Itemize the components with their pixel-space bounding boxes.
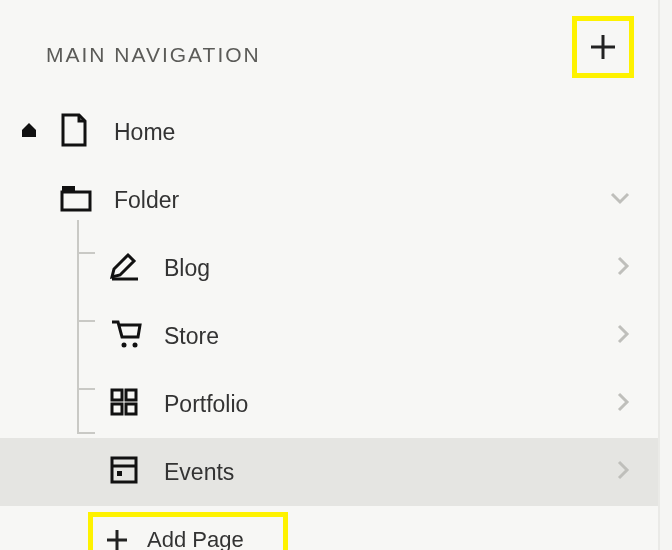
nav-item-label: Folder — [114, 187, 179, 214]
chevron-right-icon — [616, 460, 630, 484]
nav-panel: MAIN NAVIGATION — [0, 0, 660, 550]
nav-item-label: Portfolio — [164, 391, 248, 418]
svg-point-5 — [122, 343, 127, 348]
svg-rect-2 — [62, 192, 90, 210]
nav-item-label: Store — [164, 323, 219, 350]
chevron-right-icon — [616, 256, 630, 280]
grid-icon — [110, 388, 138, 420]
home-indicator-icon — [20, 121, 38, 143]
folder-icon — [60, 184, 92, 216]
svg-rect-9 — [112, 404, 122, 414]
nav-list: Home Folder — [0, 86, 658, 550]
svg-rect-3 — [62, 186, 75, 192]
pen-icon — [110, 251, 140, 285]
nav-item-label: Home — [114, 119, 175, 146]
nav-item-store[interactable]: Store — [0, 302, 658, 370]
chevron-right-icon — [616, 392, 630, 416]
svg-rect-13 — [117, 471, 122, 476]
svg-rect-7 — [112, 390, 122, 400]
nav-header-title: MAIN NAVIGATION — [46, 43, 261, 67]
nav-item-events[interactable]: Events — [0, 438, 658, 506]
chevron-down-icon[interactable] — [610, 191, 630, 209]
calendar-icon — [110, 456, 138, 488]
plus-icon — [589, 33, 617, 61]
add-page-label: Add Page — [147, 527, 244, 550]
svg-rect-11 — [112, 458, 136, 482]
svg-rect-8 — [126, 390, 136, 400]
nav-item-label: Blog — [164, 255, 210, 282]
add-page-button[interactable]: Add Page — [88, 512, 288, 550]
page-icon — [60, 113, 88, 151]
plus-icon — [105, 528, 129, 550]
nav-item-folder[interactable]: Folder — [0, 166, 658, 234]
cart-icon — [110, 319, 142, 353]
nav-item-label: Events — [164, 459, 234, 486]
nav-item-home[interactable]: Home — [0, 98, 658, 166]
nav-item-blog[interactable]: Blog — [0, 234, 658, 302]
chevron-right-icon — [616, 324, 630, 348]
svg-rect-10 — [126, 404, 136, 414]
svg-point-6 — [133, 343, 138, 348]
nav-header: MAIN NAVIGATION — [0, 0, 658, 86]
add-nav-button[interactable] — [572, 16, 634, 78]
nav-item-portfolio[interactable]: Portfolio — [0, 370, 658, 438]
